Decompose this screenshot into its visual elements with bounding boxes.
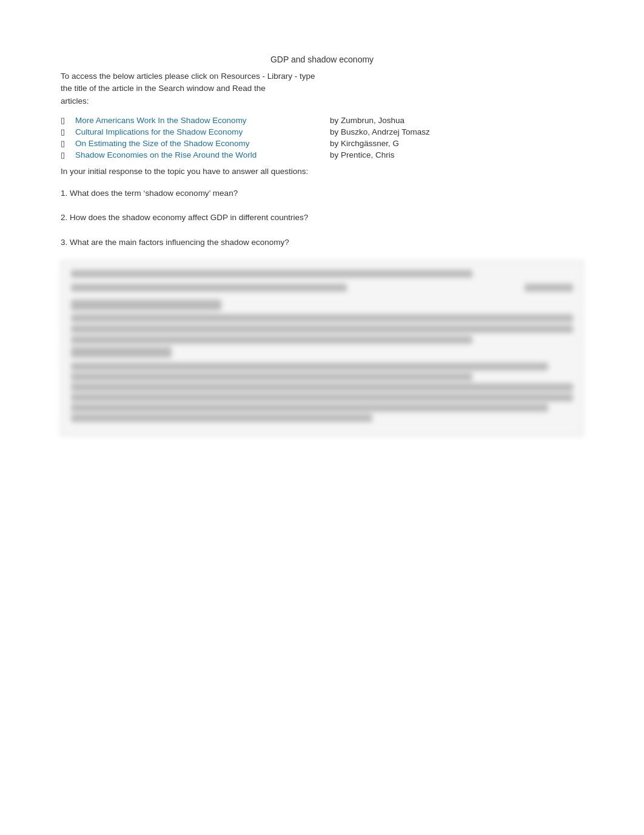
article-link-1[interactable]: More Americans Work In the Shadow Econom…	[75, 116, 306, 125]
article-author-4: by Prentice, Chris	[330, 150, 395, 159]
intro-line3: articles:	[61, 96, 89, 106]
bullet-3: ▯	[61, 139, 70, 148]
article-link-4[interactable]: Shadow Economies on the Rise Around the …	[75, 150, 306, 159]
intro-line1: To access the below articles please clic…	[61, 72, 315, 81]
article-author-3: by Kirchgässner, G	[330, 139, 399, 148]
page-container: GDP and shadow economy To access the bel…	[0, 0, 644, 472]
question-2: 2. How does the shadow economy affect GD…	[61, 212, 583, 224]
blurred-block-1	[71, 300, 573, 358]
bullet-4: ▯	[61, 150, 70, 159]
answer-prompt: In your initial response to the topic yo…	[61, 166, 583, 178]
article-row-4: ▯ Shadow Economies on the Rise Around th…	[61, 150, 583, 159]
questions-section: 1. What does the term ‘shadow economy’ m…	[61, 187, 583, 249]
article-row-2: ▯ Cultural Implications for the Shadow E…	[61, 127, 583, 136]
intro-line2: the title of the article in the Search w…	[61, 84, 266, 93]
bullet-2: ▯	[61, 127, 70, 136]
article-link-2[interactable]: Cultural Implications for the Shadow Eco…	[75, 127, 306, 136]
article-row-3: ▯ On Estimating the Size of the Shadow E…	[61, 139, 583, 148]
question-3: 3. What are the main factors influencing…	[61, 236, 583, 249]
article-row-1: ▯ More Americans Work In the Shadow Econ…	[61, 116, 583, 125]
article-author-2: by Buszko, Andrzej Tomasz	[330, 127, 430, 136]
article-link-3[interactable]: On Estimating the Size of the Shadow Eco…	[75, 139, 306, 148]
article-author-1: by Zumbrun, Joshua	[330, 116, 404, 125]
blurred-content	[61, 261, 583, 436]
blurred-block-2	[71, 363, 573, 422]
page-title: GDP and shadow economy	[61, 55, 583, 64]
articles-section: ▯ More Americans Work In the Shadow Econ…	[61, 116, 583, 159]
blurred-content-area	[61, 261, 583, 436]
blurred-header-row	[71, 284, 573, 295]
bullet-1: ▯	[61, 116, 70, 125]
question-1: 1. What does the term ‘shadow economy’ m…	[61, 187, 583, 200]
intro-text: To access the below articles please clic…	[61, 70, 583, 107]
